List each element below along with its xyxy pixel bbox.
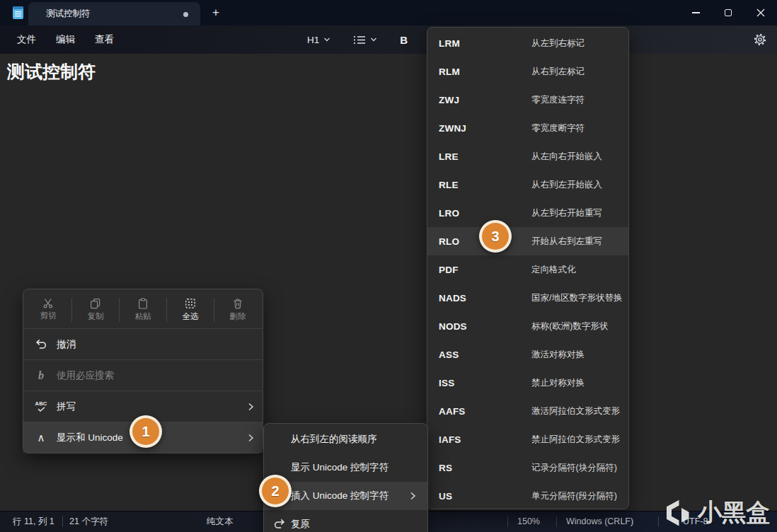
heading-style-dropdown[interactable]: H1 <box>303 32 335 48</box>
menu-item-us[interactable]: US单元分隔符(段分隔符) <box>427 482 628 510</box>
unicode-code: ZWJ <box>439 95 459 105</box>
unicode-code: RLM <box>439 66 460 77</box>
unicode-desc: 从左到右开始重写 <box>531 207 602 219</box>
unicode-desc: 禁止对称对换 <box>531 377 585 389</box>
menu-item-show-unicode-control-chars[interactable]: 显示 Unicode 控制字符 <box>264 453 427 482</box>
show-unicode-control-chars-label: 显示 Unicode 控制字符 <box>291 461 388 474</box>
chevron-down-icon <box>370 37 377 42</box>
menu-item-zwnj[interactable]: ZWNJ零宽度断字符 <box>427 114 628 142</box>
menubar: 文件 编辑 查看 <box>7 25 124 54</box>
trash-icon <box>232 298 243 309</box>
redo-label: 复原 <box>291 518 310 531</box>
titlebar: 测试控制符 + <box>0 0 777 25</box>
menu-item-redo[interactable]: 复原 <box>264 510 427 532</box>
undo-icon <box>35 339 47 349</box>
watermark: 小黑盒 <box>662 497 770 529</box>
notepad-window: 测试控制符 + 文件 编辑 查看 H1 <box>0 0 777 532</box>
undo-label: 撤消 <box>57 338 76 351</box>
unicode-desc: 单元分隔符(段分隔符) <box>531 490 617 502</box>
unicode-desc: 国家/地区数字形状替换 <box>531 292 622 304</box>
menu-edit[interactable]: 编辑 <box>46 30 85 50</box>
minimize-icon <box>692 12 700 13</box>
menu-view[interactable]: 查看 <box>85 30 124 50</box>
menu-item-rle[interactable]: RLE从右到左开始嵌入 <box>427 170 628 199</box>
menu-item-rlo[interactable]: RLO开始从右到左重写 <box>427 227 628 255</box>
minimize-button[interactable] <box>679 0 712 25</box>
menu-item-pdf[interactable]: PDF定向格式化 <box>427 255 628 284</box>
select-all-icon <box>185 298 196 309</box>
menu-file[interactable]: 文件 <box>7 30 46 50</box>
redo-icon <box>273 519 285 529</box>
chevron-right-icon <box>410 491 416 501</box>
spelling-label: 拼写 <box>57 400 76 413</box>
unicode-desc: 记录分隔符(块分隔符) <box>531 462 617 474</box>
unicode-code: ISS <box>439 378 454 388</box>
cut-label: 剪切 <box>40 311 57 321</box>
unicode-code: RLO <box>439 236 459 247</box>
rtl-reading-order-label: 从右到左的阅读顺序 <box>291 433 377 446</box>
unicode-code: PDF <box>439 265 459 275</box>
bold-button[interactable]: B <box>394 33 413 47</box>
bing-icon: b <box>38 369 44 382</box>
unicode-desc: 零宽度连字符 <box>531 94 585 106</box>
close-button[interactable] <box>744 0 777 25</box>
menu-item-search-with-bing[interactable]: b 使用必应搜索 <box>23 359 263 391</box>
settings-gear-button[interactable] <box>753 33 767 47</box>
delete-button[interactable]: 删除 <box>214 293 261 327</box>
unicode-code: NADS <box>439 293 466 303</box>
context-menu-quick-actions: 剪切 复制 粘贴 <box>23 289 263 328</box>
copy-icon <box>90 298 101 309</box>
cut-button[interactable]: 剪切 <box>25 293 71 327</box>
insert-unicode-control-chars-label: 插入 Unicode 控制字符 <box>291 490 388 502</box>
menu-item-nods[interactable]: NODS标称(欧洲)数字形状 <box>427 312 628 340</box>
new-tab-button[interactable]: + <box>207 4 225 22</box>
document-heading-text: 测试控制符 <box>7 60 96 83</box>
menu-item-lrm[interactable]: LRM从左到右标记 <box>427 29 628 57</box>
copy-button[interactable]: 复制 <box>72 293 119 327</box>
tab-current-document[interactable]: 测试控制符 <box>28 2 200 25</box>
list-style-dropdown[interactable] <box>349 33 381 47</box>
spellcheck-icon: ABC <box>35 401 47 412</box>
display-and-unicode-label: 显示和 Unicode <box>57 432 123 444</box>
menu-item-rlm[interactable]: RLM从右到左标记 <box>427 57 628 86</box>
chevron-right-icon <box>248 402 254 412</box>
unicode-code: LRE <box>439 151 459 162</box>
menu-item-undo[interactable]: 撤消 <box>23 328 263 359</box>
unicode-desc: 零宽度断字符 <box>531 122 585 134</box>
menu-item-nads[interactable]: NADS国家/地区数字形状替换 <box>427 284 628 312</box>
unicode-desc: 从左到右标记 <box>531 37 585 50</box>
bullet-list-icon <box>353 35 366 45</box>
unicode-code: RLE <box>439 180 459 190</box>
unicode-code: ASS <box>439 349 459 360</box>
unicode-code: LRO <box>439 208 459 219</box>
menu-item-ass[interactable]: ASS激活对称对换 <box>427 340 628 369</box>
search-with-bing-label: 使用必应搜索 <box>57 369 114 382</box>
menu-item-iafs[interactable]: IAFS禁止阿拉伯文形式变形 <box>427 425 628 453</box>
menu-item-rs[interactable]: RS记录分隔符(块分隔符) <box>427 453 628 482</box>
unicode-desc: 开始从右到左重写 <box>531 236 602 248</box>
menu-item-zwj[interactable]: ZWJ零宽度连字符 <box>427 86 628 114</box>
status-separator <box>556 516 557 527</box>
unicode-submenu: 从右到左的阅读顺序 显示 Unicode 控制字符 插入 Unicode 控制字… <box>263 423 428 532</box>
menu-item-lre[interactable]: LRE从左向右开始嵌入 <box>427 142 628 170</box>
unicode-desc: 从右到左标记 <box>531 66 585 78</box>
menu-item-aafs[interactable]: AAFS激活阿拉伯文形式变形 <box>427 397 628 425</box>
step-badge-2: 2 <box>259 475 292 507</box>
select-all-button[interactable]: 全选 <box>167 293 214 327</box>
paste-button[interactable]: 粘贴 <box>120 293 166 327</box>
unicode-code: NODS <box>439 321 467 332</box>
maximize-button[interactable] <box>712 0 744 25</box>
unsaved-indicator-dot <box>183 12 188 17</box>
maximize-icon <box>725 9 732 16</box>
unicode-desc: 定向格式化 <box>531 264 576 276</box>
menu-item-rtl-reading-order[interactable]: 从右到左的阅读顺序 <box>264 425 427 453</box>
menu-item-iss[interactable]: ISS禁止对称对换 <box>427 369 628 397</box>
control-character-icon: ∧ <box>38 432 45 444</box>
unicode-desc: 从右到左开始嵌入 <box>531 179 602 191</box>
status-separator <box>658 516 659 527</box>
unicode-code: ZWNJ <box>439 123 466 134</box>
close-icon <box>756 8 765 17</box>
unicode-desc: 从左向右开始嵌入 <box>531 151 602 163</box>
unicode-code: RS <box>439 463 452 473</box>
menu-item-lro[interactable]: LRO从左到右开始重写 <box>427 199 628 227</box>
